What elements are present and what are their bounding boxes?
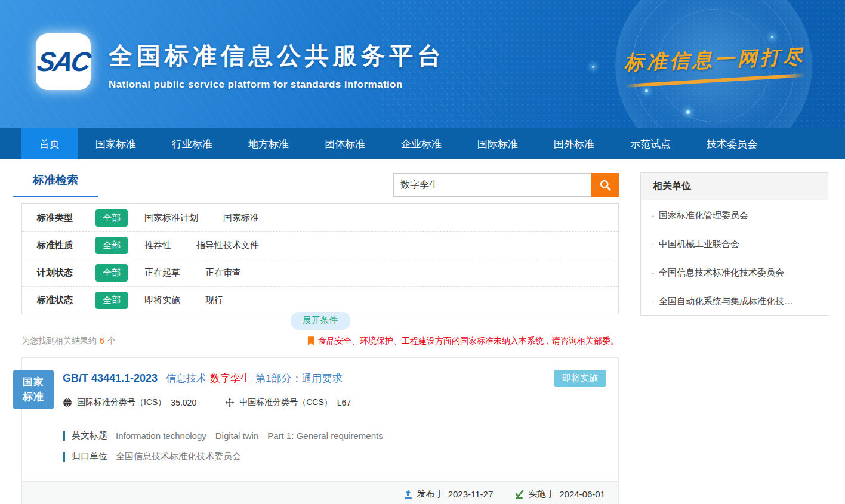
standard-title-highlight[interactable]: 数字孪生 [210,372,251,385]
slogan-text: 标准信息一网打尽 [624,44,806,77]
standard-title-row: GB/T 43441.1-2023 信息技术 数字孪生 第1部分：通用要求 即将… [63,370,606,387]
sidebar-item-machinery-federation[interactable]: ·中国机械工业联合会 [641,229,828,258]
nav-item-technical-committee[interactable]: 技术委员会 [689,128,775,159]
filter-panel: 标准类型 全部 国家标准计划 国家标准 标准性质 全部 推荐性 指导性技术文件 … [21,203,619,314]
main-column: 标准检索 标准类型 全部 国家标准计划 国家标准 标准性质 全部 推荐性 [21,172,619,504]
sidebar-item-label: 中国机械工业联合会 [659,239,739,249]
teal-bar [63,431,65,441]
implemented-date-item: 实施于 2024-06-01 [514,488,605,500]
nav-item-pilot[interactable]: 示范试点 [612,128,689,159]
search-input[interactable] [393,173,591,197]
nav-item-group-standards[interactable]: 团体标准 [307,128,383,159]
compass-arrows-icon [225,398,235,407]
sidebar-item-sac[interactable]: ·国家标准化管理委员会 [641,200,828,229]
search-section: 标准检索 [21,172,619,197]
filter-all-button[interactable]: 全部 [95,209,128,227]
ccs-value: L67 [337,398,351,407]
sac-logo-text: SAC [35,47,91,78]
ccs-meta: 中国标准分类号（CCS） L67 [225,397,351,408]
standard-result-card: 国家 标准 GB/T 43441.1-2023 信息技术 数字孪生 第1部分：通… [21,357,619,504]
filter-all-button[interactable]: 全部 [95,237,128,254]
slogan-block: 标准信息一网打尽 [624,44,806,86]
english-title-row: 英文标题 Information technology—Digital twin… [63,430,606,441]
bullet: · [652,267,655,277]
ics-label: 国际标准分类号（ICS） [77,397,166,408]
ics-value: 35.020 [171,398,196,407]
filter-all-button[interactable]: 全部 [95,264,128,282]
standard-title-part[interactable]: 第1部分：通用要求 [255,372,342,385]
site-title: 全国标准信息公共服务平台 [109,39,445,72]
bullet: · [652,296,655,306]
filter-all-button[interactable]: 全部 [95,292,128,309]
ics-meta: 国际标准分类号（ICS） 35.020 [63,397,196,408]
status-badge: 即将实施 [554,370,606,387]
filter-label: 标准性质 [37,240,95,251]
ccs-label: 中国标准分类号（CCS） [239,397,332,408]
published-label: 发布于 [417,488,444,500]
results-count-number: 6 [100,336,104,345]
nav-item-home[interactable]: 首页 [21,128,78,159]
nav-item-national-standards[interactable]: 国家标准 [78,128,154,159]
sidebar-item-label: 全国自动化系统与集成标准化技… [659,296,793,306]
sac-logo[interactable]: SAC [36,33,91,90]
site-title-block: 全国标准信息公共服务平台 National public service pla… [109,39,445,91]
filter-option[interactable]: 现行 [205,295,223,306]
nav-item-international-standards[interactable]: 国际标准 [459,128,536,159]
check-icon [514,490,524,499]
sidebar-item-label: 国家标准化管理委员会 [659,210,748,220]
filter-option[interactable]: 推荐性 [144,240,171,251]
filter-row-standard-nature: 标准性质 全部 推荐性 指导性技术文件 [22,231,618,259]
results-count-prefix: 为您找到相关结果约 [21,336,97,345]
sidebar-item-label: 全国信息技术标准化技术委员会 [659,267,784,277]
filter-row-plan-status: 计划状态 全部 正在起草 正在审查 [22,259,618,286]
search-button[interactable] [591,173,619,197]
filter-row-standard-type: 标准类型 全部 国家标准计划 国家标准 [22,204,618,231]
results-summary-row: 为您找到相关结果约6个 食品安全、环境保护、工程建设方面的国家标准未纳入本系统，… [21,336,619,347]
upload-arrow-icon [403,490,413,499]
filter-option[interactable]: 即将实施 [144,295,180,306]
filter-label: 计划状态 [37,267,95,279]
bookmark-icon [307,336,314,346]
filter-option[interactable]: 正在起草 [144,267,180,279]
related-units-panel: 相关单位 ·国家标准化管理委员会 ·中国机械工业联合会 ·全国信息技术标准化技术… [640,172,828,316]
related-units-title: 相关单位 [641,173,828,200]
card-footer: 发布于 2023-11-27 实施于 2024-06-01 [22,481,618,504]
spark-dot [645,89,648,92]
badge-line: 标准 [23,389,44,405]
page-title: 标准检索 [13,172,98,197]
implemented-date: 2024-06-01 [559,489,605,499]
globe-icon [63,398,72,407]
expand-conditions-button[interactable]: 展开条件 [291,312,350,330]
filter-label: 标准状态 [37,295,95,306]
filter-option[interactable]: 正在审查 [205,267,241,279]
committee-row: 归口单位 全国信息技术标准化技术委员会 [63,451,606,462]
site-subtitle: National public service platform for sta… [109,79,445,91]
standard-title-part[interactable]: 信息技术 [166,372,206,385]
card-header: GB/T 43441.1-2023 信息技术 数字孪生 第1部分：通用要求 即将… [22,358,618,418]
spark-dot [771,36,773,38]
spark-dot [686,110,690,114]
search-box [393,173,619,197]
main-nav: 首页 国家标准 行业标准 地方标准 团体标准 企业标准 国际标准 国外标准 示范… [0,128,845,159]
classification-row: 国际标准分类号（ICS） 35.020 中国标准分类号（CCS） L67 [63,397,606,418]
sidebar-item-automation-committee[interactable]: ·全国自动化系统与集成标准化技… [641,286,828,315]
sidebar-item-it-standardization-committee[interactable]: ·全国信息技术标准化技术委员会 [641,258,828,286]
filter-option[interactable]: 指导性技术文件 [196,240,259,251]
detail-label: 归口单位 [72,451,107,462]
nav-item-local-standards[interactable]: 地方标准 [230,128,307,159]
standard-code-link[interactable]: GB/T 43441.1-2023 [63,372,158,385]
detail-value: Information technology—Digital twin—Part… [116,431,383,441]
notice-text: 食品安全、环境保护、工程建设方面的国家标准未纳入本系统，请咨询相关部委。 [318,336,619,347]
filter-option[interactable]: 国家标准计划 [144,212,198,224]
nav-item-enterprise-standards[interactable]: 企业标准 [383,128,459,159]
detail-label: 英文标题 [72,430,107,441]
national-standard-badge: 国家 标准 [13,370,54,409]
bullet: · [652,210,655,220]
filter-option[interactable]: 国家标准 [223,212,259,224]
published-date-item: 发布于 2023-11-27 [403,488,494,500]
nav-item-industry-standards[interactable]: 行业标准 [154,128,230,159]
card-details: 英文标题 Information technology—Digital twin… [22,418,618,473]
sidebar: 相关单位 ·国家标准化管理委员会 ·中国机械工业联合会 ·全国信息技术标准化技术… [640,172,828,504]
published-date: 2023-11-27 [448,489,494,499]
nav-item-foreign-standards[interactable]: 国外标准 [536,128,612,159]
